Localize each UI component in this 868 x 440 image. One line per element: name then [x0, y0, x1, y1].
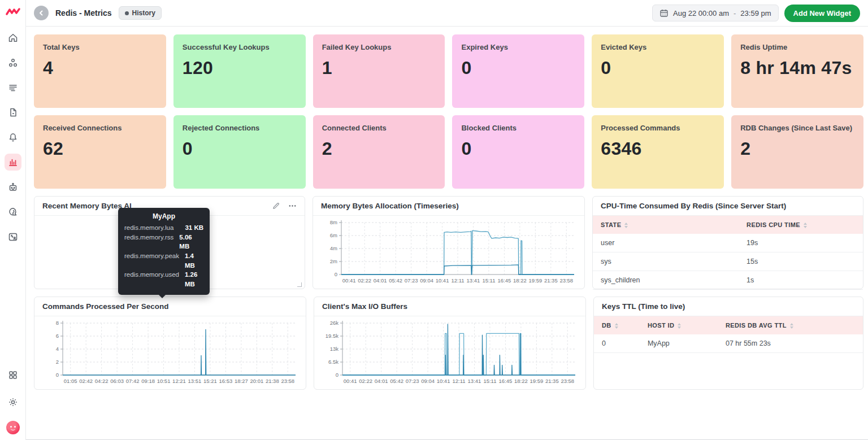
svg-text:16:45: 16:45	[499, 378, 513, 384]
sort-icon[interactable]	[790, 323, 793, 329]
alerts-bell-icon[interactable]	[5, 129, 21, 146]
column-header-db[interactable]: DB	[594, 316, 640, 334]
svg-text:15:11: 15:11	[483, 378, 496, 384]
stat-card-redis-uptime[interactable]: Redis Uptime 8 hr 14m 47s	[731, 34, 863, 108]
line-chart-body[interactable]: 06.5k13k19.5k26k00:4102:2204:0105:4207:2…	[314, 316, 585, 390]
main-area: Redis - Metrics History Aug 22 00:00 am …	[26, 0, 868, 440]
svg-text:00:41: 00:41	[344, 378, 357, 384]
column-header-redis-cpu-time[interactable]: REDIS CPU TIME	[739, 216, 863, 234]
svg-text:02:22: 02:22	[359, 378, 372, 384]
svg-text:18:27: 18:27	[235, 378, 248, 384]
svg-text:19:59: 19:59	[528, 277, 542, 284]
stat-card-failed-key-lookups[interactable]: Failed Key Lookups 1	[313, 34, 445, 108]
table-row[interactable]: sys_children1s	[593, 271, 863, 290]
date-range-picker[interactable]: Aug 22 00:00 am - 23:59 pm	[652, 5, 779, 21]
widget-memory-bytes-timeseries: Memory Bytes Allocation (Timeseries) 02m…	[313, 196, 585, 289]
svg-text:18:22: 18:22	[514, 378, 528, 384]
svg-text:04:01: 04:01	[375, 378, 388, 384]
support-chat-icon[interactable]	[5, 203, 21, 220]
widget-title: CPU-Time Consumed By Redis (Since Server…	[601, 202, 786, 210]
widget-keys-ttl-table: Keys TTL (Time to live) DB HOST ID REDIS…	[593, 297, 863, 390]
widget-resize-handle[interactable]	[297, 282, 302, 287]
column-header-redis-db-avg-ttl[interactable]: REDIS DB AVG TTL	[718, 316, 863, 334]
traces-icon[interactable]	[5, 104, 21, 121]
dashboards-icon[interactable]	[5, 154, 21, 171]
svg-text:16:53: 16:53	[219, 378, 233, 384]
svg-text:6m: 6m	[330, 232, 337, 238]
svg-text:6: 6	[56, 333, 59, 339]
stat-card-blocked-clients[interactable]: Blocked Clients 0	[452, 115, 584, 189]
date-range-start: Aug 22 00:00 am	[673, 9, 729, 18]
apps-grid-icon[interactable]	[5, 367, 21, 384]
stat-card-expired-keys[interactable]: Expired Keys 0	[452, 34, 584, 108]
sort-icon[interactable]	[678, 323, 681, 329]
stat-card-evicted-keys[interactable]: Evicted Keys 0	[592, 34, 724, 108]
line-chart-body[interactable]: 0246801:0502:4204:2206:0307:4209:1810:51…	[34, 316, 306, 390]
chart-tooltip: MyApp redis.memory.lua31 KB redis.memory…	[118, 208, 210, 295]
table-row[interactable]: user19s	[593, 234, 863, 252]
svg-text:15:21: 15:21	[203, 378, 217, 384]
svg-text:8: 8	[56, 320, 59, 326]
svg-text:13k: 13k	[330, 346, 339, 352]
column-header-host-id[interactable]: HOST ID	[640, 316, 718, 334]
table-header-row: STATE REDIS CPU TIME	[593, 216, 863, 234]
back-button[interactable]	[34, 6, 49, 20]
widget-title: Keys TTL (Time to live)	[602, 302, 685, 311]
stat-card-rejected-connections[interactable]: Rejected Connections 0	[173, 115, 306, 189]
stat-card-total-keys[interactable]: Total Keys 4	[34, 34, 166, 108]
middleware-logo-icon[interactable]	[6, 7, 20, 19]
tooltip-label: redis.memory.lua	[124, 223, 173, 233]
rum-icon[interactable]	[5, 228, 21, 245]
topbar-right: Aug 22 00:00 am - 23:59 pm Add New Widge…	[652, 5, 860, 22]
svg-text:16:45: 16:45	[498, 277, 511, 284]
user-avatar[interactable]	[6, 421, 20, 434]
table-header-row: DB HOST ID REDIS DB AVG TTL	[594, 316, 863, 334]
table-row[interactable]: 0MyApp07 hr 55m 23s	[594, 334, 863, 353]
svg-text:8m: 8m	[330, 219, 337, 225]
history-badge[interactable]: History	[119, 6, 162, 20]
services-icon[interactable]	[5, 54, 21, 71]
sort-icon[interactable]	[624, 223, 628, 228]
stat-card-rdb-changes[interactable]: RDB Changes (Since Last Save) 2	[731, 115, 863, 189]
tooltip-label: redis.memory.rss	[124, 233, 173, 251]
svg-text:21:35: 21:35	[545, 378, 559, 384]
bot-icon[interactable]	[5, 178, 21, 195]
column-header-state[interactable]: STATE	[593, 216, 739, 234]
more-options-icon[interactable]	[288, 202, 297, 210]
edit-pencil-icon[interactable]	[272, 202, 280, 210]
widget-title: Memory Bytes Allocation (Timeseries)	[321, 202, 459, 210]
widget-commands-per-second: Commands Processed Per Second 0246801:05…	[34, 297, 306, 390]
widget-grid-row-2: Commands Processed Per Second 0246801:05…	[34, 297, 863, 390]
stat-card-grid: Total Keys 4 Successful Key Lookups 120 …	[34, 34, 863, 189]
tooltip-label: redis.memory.used	[124, 270, 179, 289]
stat-card-connected-clients[interactable]: Connected Clients 2	[313, 115, 445, 189]
logs-icon[interactable]	[5, 79, 21, 96]
io-buffers-chart: 06.5k13k19.5k26k00:4102:2204:0105:4207:2…	[321, 317, 579, 389]
svg-text:07:42: 07:42	[126, 378, 140, 384]
tooltip-value: 1.26 MB	[185, 270, 203, 289]
svg-text:19.5k: 19.5k	[326, 333, 338, 339]
svg-text:09:18: 09:18	[141, 378, 155, 384]
svg-text:12:11: 12:11	[452, 378, 465, 384]
widget-client-max-io-buffers: Client's Max I/O Buffers 06.5k13k19.5k26…	[314, 297, 586, 390]
date-range-separator: -	[734, 9, 736, 18]
sort-icon[interactable]	[615, 323, 618, 329]
svg-text:15:11: 15:11	[482, 277, 495, 284]
stat-card-processed-commands[interactable]: Processed Commands 6346	[592, 115, 724, 189]
svg-text:06:03: 06:03	[110, 378, 124, 384]
svg-text:21:35: 21:35	[544, 277, 558, 284]
line-chart-body[interactable]: 02m4m6m8m00:4102:2204:0105:4207:2309:041…	[313, 216, 584, 289]
stat-card-received-connections[interactable]: Received Connections 62	[34, 115, 166, 189]
add-new-widget-button[interactable]: Add New Widget	[784, 5, 860, 22]
widget-title: Client's Max I/O Buffers	[322, 302, 407, 311]
dashboard-content: Total Keys 4 Successful Key Lookups 120 …	[26, 27, 868, 439]
home-icon[interactable]	[5, 29, 21, 46]
settings-gear-icon[interactable]	[5, 394, 21, 411]
table-row[interactable]: sys15s	[593, 252, 863, 271]
stat-card-successful-key-lookups[interactable]: Successful Key Lookups 120	[173, 34, 306, 108]
svg-text:10:51: 10:51	[157, 378, 171, 384]
commands-per-second-chart: 0246801:0502:4204:2206:0307:4209:1810:51…	[41, 317, 299, 389]
svg-text:10:41: 10:41	[437, 378, 450, 384]
sort-icon[interactable]	[804, 223, 807, 228]
svg-text:0: 0	[336, 372, 338, 378]
